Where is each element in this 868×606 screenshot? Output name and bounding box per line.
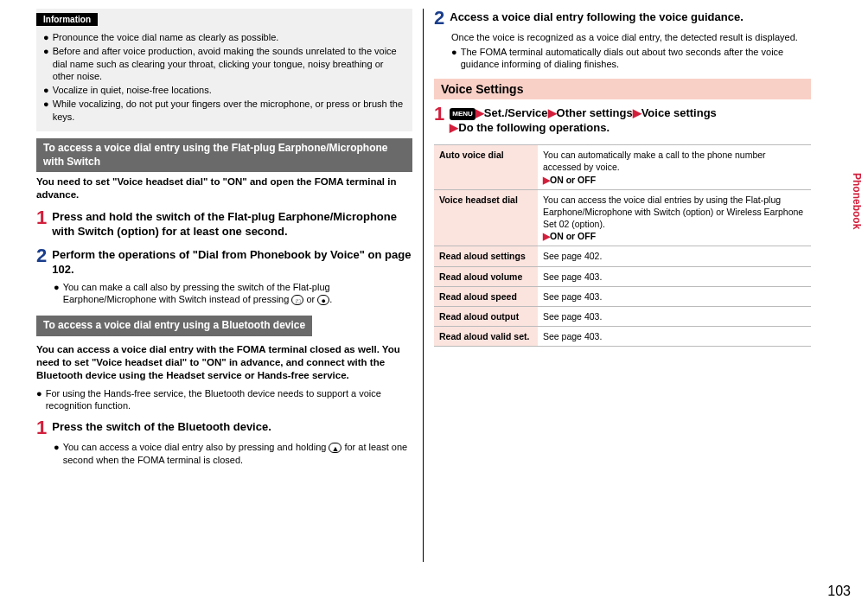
step-number: 1: [36, 208, 47, 239]
nav-segment: Set./Service: [484, 106, 548, 119]
triangle-icon: ▶: [450, 121, 458, 134]
step-body: Once the voice is recognized as a voice …: [451, 31, 811, 70]
info-item: ●Before and after voice production, avoi…: [43, 45, 405, 82]
center-key-icon: ●: [317, 295, 329, 305]
step-2: 2 Access a voice dial entry following th…: [434, 9, 811, 28]
step-number: 1: [36, 418, 47, 437]
intro-text: You need to set "Voice headset dial" to …: [36, 175, 412, 201]
step-2: 2 Perform the operations of "Dial from P…: [36, 246, 412, 277]
settings-table: Auto voice dial You can automatically ma…: [434, 144, 811, 347]
page-number: 103: [827, 584, 851, 599]
table-row: Read aloud speed See page 403.: [434, 286, 811, 306]
setting-desc: See page 403.: [538, 306, 811, 326]
bullet-icon: ●: [54, 281, 60, 306]
info-text: Before and after voice production, avoid…: [53, 45, 405, 82]
note-item: ●For using the Hands-free service, the B…: [36, 387, 412, 412]
setting-label: Auto voice dial: [434, 145, 538, 190]
bullet-icon: ●: [43, 98, 49, 123]
setting-desc: See page 402.: [538, 246, 811, 266]
desc-text: You can automatically make a call to the…: [543, 150, 766, 172]
setting-label: Read aloud settings: [434, 246, 538, 266]
subsection-header: To access a voice dial entry using the F…: [36, 138, 412, 172]
nav-segment: Voice settings: [641, 106, 717, 119]
bullet-icon: ●: [43, 84, 49, 96]
up-key-icon: ▲: [329, 443, 341, 453]
step-body: ● You can access a voice dial entry also…: [54, 441, 412, 466]
info-item: ●Pronounce the voice dial name as clearl…: [43, 31, 405, 43]
step-number: 2: [434, 9, 444, 28]
setting-label: Voice headset dial: [434, 189, 538, 246]
text-part: or: [306, 294, 317, 304]
bullet-icon: ●: [43, 31, 49, 43]
step-body: ● You can make a call also by pressing t…: [54, 281, 412, 306]
table-row: Read aloud output See page 403.: [434, 306, 811, 326]
step-number: 1: [434, 105, 444, 136]
setting-label: Read aloud valid set.: [434, 327, 538, 347]
table-row: Read aloud volume See page 403.: [434, 266, 811, 286]
bullet-icon: ●: [54, 441, 60, 466]
step-number: 2: [36, 246, 47, 277]
subsection-header: To access a voice dial entry using a Blu…: [36, 316, 312, 336]
intro-text: You can access a voice dial entry with t…: [36, 343, 412, 382]
info-text: Pronounce the voice dial name as clearly…: [53, 31, 279, 43]
information-label: Information: [36, 13, 98, 26]
setting-desc: See page 403.: [538, 327, 811, 347]
nav-path: MENU▶Set./Service▶Other settings▶Voice s…: [450, 105, 717, 136]
nav-segment: Do the following operations.: [458, 121, 610, 134]
menu-key-icon: MENU: [450, 108, 475, 120]
step-body-text: You can access a voice dial entry also b…: [63, 441, 412, 466]
triangle-icon: ▶: [548, 106, 557, 119]
bullet-icon: ●: [43, 45, 49, 82]
body-line: Once the voice is recognized as a voice …: [451, 31, 811, 44]
step-1: 1 MENU▶Set./Service▶Other settings▶Voice…: [434, 105, 811, 136]
nav-segment: Other settings: [557, 106, 633, 119]
table-row: Auto voice dial You can automatically ma…: [434, 145, 811, 190]
info-item: ●While vocalizing, do not put your finge…: [43, 98, 405, 123]
step-1: 1 Press and hold the switch of the Flat-…: [36, 208, 412, 239]
body-line: The FOMA terminal automatically dials ou…: [461, 46, 811, 71]
step-body-text: You can make a call also by pressing the…: [63, 281, 412, 306]
step-title: Access a voice dial entry following the …: [450, 9, 744, 28]
info-text: While vocalizing, do not put your finger…: [53, 98, 405, 123]
right-column: 2 Access a voice dial entry following th…: [424, 9, 821, 562]
info-text: Vocalize in quiet, noise-free locations.: [53, 84, 212, 96]
step-title: Press and hold the switch of the Flat-pl…: [52, 208, 412, 239]
setting-label: Read aloud volume: [434, 266, 538, 286]
text-part: You can make a call also by pressing the…: [63, 282, 330, 304]
triangle-icon: ▶: [633, 106, 641, 119]
option-text: ON or OFF: [550, 231, 596, 241]
step-title: Perform the operations of "Dial from Pho…: [52, 246, 412, 277]
setting-label: Read aloud speed: [434, 286, 538, 306]
desc-text: You can access the voice dial entries by…: [543, 195, 803, 229]
triangle-icon: ▶: [543, 175, 550, 185]
side-tab: Phonebook: [851, 173, 863, 229]
setting-desc: You can automatically make a call to the…: [538, 145, 811, 190]
table-row: Voice headset dial You can access the vo…: [434, 189, 811, 246]
table-row: Read aloud settings See page 402.: [434, 246, 811, 266]
left-column: Information ●Pronounce the voice dial na…: [26, 9, 424, 562]
bullet-icon: ●: [36, 387, 42, 412]
bullet-icon: ●: [451, 46, 457, 71]
step-title: Press the switch of the Bluetooth device…: [52, 418, 271, 437]
option-text: ON or OFF: [550, 175, 596, 185]
setting-desc: See page 403.: [538, 266, 811, 286]
info-item: ●Vocalize in quiet, noise-free locations…: [43, 84, 405, 96]
table-row: Read aloud valid set. See page 403.: [434, 327, 811, 347]
setting-label: Read aloud output: [434, 306, 538, 326]
information-box: Information ●Pronounce the voice dial na…: [36, 9, 412, 131]
section-header: Voice Settings: [434, 79, 811, 99]
dial-key-icon: ⏍: [291, 295, 303, 305]
setting-desc: You can access the voice dial entries by…: [538, 189, 811, 246]
step-1: 1 Press the switch of the Bluetooth devi…: [36, 418, 412, 437]
note-text: For using the Hands-free service, the Bl…: [46, 387, 412, 412]
setting-desc: See page 403.: [538, 286, 811, 306]
triangle-icon: ▶: [543, 231, 550, 241]
text-part: You can access a voice dial entry also b…: [63, 442, 329, 452]
triangle-icon: ▶: [475, 106, 484, 119]
